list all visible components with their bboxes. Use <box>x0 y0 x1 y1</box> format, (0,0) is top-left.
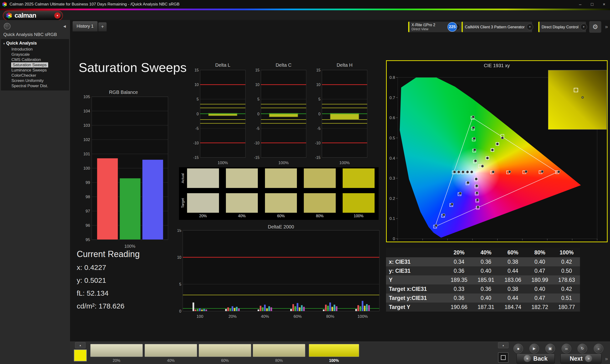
results-row-y: Y189.35185.91183.06180.99178.63 <box>386 275 580 285</box>
window-title: Calman 2025 Calman Ultimate for Business… <box>10 2 180 7</box>
swatch-column-label: 20% <box>187 214 219 218</box>
pattern-control-bar: ▲ 20%40%60%80%100% ▲ ■▶▣∞↻» « Back Next … <box>70 342 610 364</box>
logo-menu-arrow-icon[interactable]: ▼ <box>54 13 61 19</box>
close-button[interactable]: × <box>598 0 610 9</box>
pattern-up-button[interactable]: ▲ <box>75 342 86 348</box>
swatch-actual-80% <box>304 169 336 188</box>
svg-text:0.4: 0.4 <box>389 156 395 161</box>
svg-text:0: 0 <box>393 236 395 241</box>
svg-text:100%: 100% <box>218 161 228 165</box>
pattern-window-icon <box>501 355 506 360</box>
calman-logo-menu[interactable]: calman ▼ <box>3 11 63 21</box>
pattern-step-label: 80% <box>253 359 305 363</box>
svg-text:100%: 100% <box>339 161 350 165</box>
advance-button[interactable]: » <box>594 344 603 353</box>
tree-root-quick-analysis[interactable]: ▾Quick Analysis <box>1 40 69 47</box>
workflow-title: Quick Analysis NBC sRGB <box>3 32 57 37</box>
swatch-target-60% <box>265 193 297 213</box>
swatch-actual-60% <box>265 169 297 188</box>
sidebar-item-saturation-sweeps[interactable]: Saturation Sweeps <box>1 62 69 68</box>
svg-text:102: 102 <box>83 137 90 142</box>
svg-text:40%: 40% <box>261 314 269 319</box>
pattern-window-button[interactable] <box>498 352 508 363</box>
svg-text:10: 10 <box>177 255 181 260</box>
pattern-step-80%[interactable] <box>253 344 305 357</box>
refresh-button[interactable]: ↻ <box>578 344 587 353</box>
pattern-step-40%[interactable] <box>145 344 197 357</box>
calman-flower-icon <box>6 12 13 19</box>
minimize-button[interactable]: – <box>574 0 586 9</box>
chevron-down-icon[interactable]: ▼ <box>581 24 587 30</box>
results-row-x-cie31: x: CIE310.340.360.380.400.42 <box>386 257 580 266</box>
svg-text:0.5: 0.5 <box>389 136 395 140</box>
sidebar-item-colorchecker[interactable]: ColorChecker <box>1 73 69 78</box>
svg-text:5: 5 <box>257 97 260 101</box>
svg-text:5: 5 <box>318 97 321 101</box>
meter-count-badge[interactable]: 225 <box>447 22 457 32</box>
rgb-balance-chart: 9596979899100101102103104105100% <box>80 95 170 250</box>
sidebar-item-introduction[interactable]: Introduction <box>1 47 69 52</box>
transport-up-button[interactable]: ▲ <box>498 342 508 348</box>
pattern-generator-dropdown[interactable]: CalMAN Client 3 Pattern Generator ▼ <box>461 21 532 32</box>
header-band <box>0 10 610 20</box>
svg-text:15: 15 <box>195 68 199 72</box>
sidebar-item-luminance-sweeps[interactable]: Luminance Sweeps <box>1 68 69 73</box>
sidebar-item-spectral-power-dist-[interactable]: Spectral Power Dist. <box>1 83 69 89</box>
maximize-button[interactable]: □ <box>586 0 598 9</box>
sidebar-item-cms-calibration[interactable]: CMS Calibration <box>1 57 69 62</box>
add-tab-button[interactable]: + <box>98 22 107 31</box>
collapse-sidebar-button[interactable]: ◀ <box>62 23 68 29</box>
svg-text:-15: -15 <box>254 156 260 160</box>
session-status-button[interactable] <box>4 23 11 29</box>
swatch-column-label: 100% <box>343 214 375 218</box>
rgb-balance-title: RGB Balance <box>85 90 162 95</box>
pattern-step-label: 60% <box>199 359 251 363</box>
settings-button[interactable]: ⚙ <box>589 21 601 33</box>
back-chevron-icon: « <box>524 355 531 362</box>
svg-text:10: 10 <box>255 83 260 87</box>
sidebar-item-screen-uniformity[interactable]: Screen Uniformity <box>1 78 69 83</box>
delta-l-title: Delta L <box>194 62 251 68</box>
pattern-step-100%[interactable] <box>309 344 359 357</box>
svg-text:100: 100 <box>196 314 203 319</box>
page-title: Saturation Sweeps <box>79 60 187 75</box>
svg-text:0.7: 0.7 <box>389 95 395 100</box>
pattern-generator-label: CalMAN Client 3 Pattern Generator <box>465 25 525 29</box>
deltae-title: DeltaE 2000 <box>186 224 376 230</box>
loop-button[interactable]: ∞ <box>562 344 571 353</box>
pattern-step-label: 20% <box>90 359 143 363</box>
pattern-step-60%[interactable] <box>199 344 251 357</box>
results-row-y-cie31: y: CIE310.360.400.440.470.50 <box>386 266 580 275</box>
gear-icon: ⚙ <box>592 23 598 31</box>
sidebar: ◀ Quick Analysis NBC sRGB ▾Quick Analysi… <box>0 20 70 364</box>
svg-text:80%: 80% <box>326 314 334 319</box>
tab-label: History 1 <box>77 24 93 29</box>
stop-button[interactable]: ■ <box>514 344 523 353</box>
play-button[interactable]: ▶ <box>530 344 539 353</box>
cie-1931-chart-panel[interactable]: CIE 1931 xy 00.10.20.30.40.50.60.70.800.… <box>386 60 608 242</box>
svg-text:0.6: 0.6 <box>389 116 395 120</box>
svg-text:98: 98 <box>86 195 90 199</box>
svg-text:0: 0 <box>257 112 260 116</box>
svg-text:20%: 20% <box>229 314 237 319</box>
svg-text:97: 97 <box>86 209 90 213</box>
tab-history-1[interactable]: History 1 <box>72 21 98 31</box>
current-pattern-swatch[interactable] <box>74 350 87 361</box>
page-advance-icon[interactable]: » <box>603 354 610 364</box>
swatch-target-80% <box>304 193 336 213</box>
svg-text:0: 0 <box>179 309 181 313</box>
svg-text:5: 5 <box>179 282 181 286</box>
reading-y: y: 0.5021 <box>77 276 106 285</box>
delta-l-chart: -15-10-5051015100% <box>189 68 248 166</box>
workflow-advance-button[interactable]: » <box>603 22 610 31</box>
chevron-down-icon[interactable]: ▼ <box>527 24 533 30</box>
pattern-step-20%[interactable] <box>90 344 143 357</box>
sidebar-item-grayscale[interactable]: Grayscale <box>1 52 69 57</box>
next-label: Next <box>570 355 583 362</box>
deltae-chart: 05101510020%40%60%80%100% <box>175 229 382 320</box>
back-button[interactable]: « Back <box>517 353 555 364</box>
display-control-dropdown[interactable]: Direct Display Control ▼ <box>538 21 586 32</box>
save-button[interactable]: ▣ <box>545 344 555 353</box>
next-button[interactable]: Next » <box>560 353 601 364</box>
swatch-column-label: 60% <box>265 214 297 218</box>
